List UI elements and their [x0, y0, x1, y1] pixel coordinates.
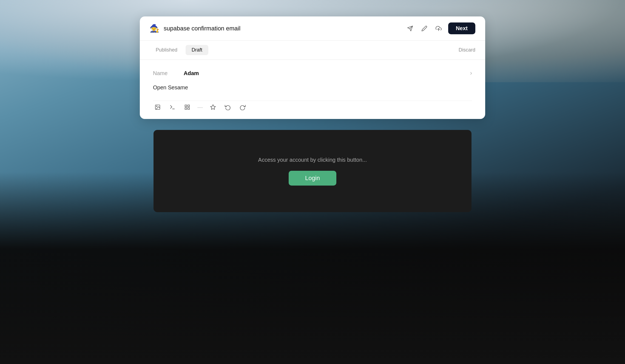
upload-icon	[436, 25, 442, 32]
block-icon	[184, 104, 190, 110]
pen-icon	[421, 25, 427, 32]
name-label: Name	[153, 70, 175, 76]
terminal-icon	[169, 104, 175, 110]
undo-icon	[225, 104, 231, 110]
content-area: Name Adam › Open Sesame	[140, 60, 485, 119]
next-button[interactable]: Next	[448, 22, 475, 34]
discard-button[interactable]: Discard	[459, 47, 475, 53]
tab-draft[interactable]: Draft	[186, 45, 208, 55]
svg-rect-6	[185, 105, 187, 107]
header-bar: 🧙 supabase confirmation email	[140, 16, 485, 41]
login-button[interactable]: Login	[289, 171, 336, 186]
redo-button[interactable]	[238, 103, 247, 111]
star-icon	[210, 104, 216, 110]
redo-icon	[240, 104, 246, 110]
svg-rect-7	[188, 105, 189, 107]
name-value: Adam	[184, 70, 461, 76]
undo-button[interactable]	[223, 103, 232, 111]
preview-text: Access your account by clicking this but…	[258, 157, 367, 163]
name-row: Name Adam ›	[153, 70, 472, 77]
preview-panel: Access your account by clicking this but…	[154, 130, 471, 212]
block-button[interactable]	[183, 103, 192, 111]
tab-bar: Published Draft Discard	[140, 41, 485, 60]
subject-text: Open Sesame	[153, 84, 472, 91]
divider: —	[197, 104, 203, 110]
header-emoji: 🧙	[150, 24, 159, 33]
editor-toolbar: —	[153, 101, 472, 113]
code-button[interactable]	[168, 103, 177, 111]
chevron-right-icon: ›	[470, 70, 472, 77]
svg-rect-8	[188, 108, 189, 109]
svg-rect-9	[185, 108, 187, 109]
tab-published[interactable]: Published	[150, 45, 183, 55]
main-card: 🧙 supabase confirmation email	[140, 16, 485, 119]
upload-button[interactable]	[434, 24, 443, 33]
star-button[interactable]	[208, 103, 218, 111]
image-button[interactable]	[153, 103, 162, 111]
edit-button[interactable]	[420, 24, 429, 33]
send-button[interactable]	[405, 24, 415, 33]
svg-marker-10	[211, 105, 215, 109]
image-icon	[155, 104, 161, 110]
header-actions: Next	[405, 22, 475, 34]
svg-point-4	[156, 106, 157, 107]
page-title: supabase confirmation email	[164, 25, 401, 32]
send-icon	[407, 25, 413, 32]
